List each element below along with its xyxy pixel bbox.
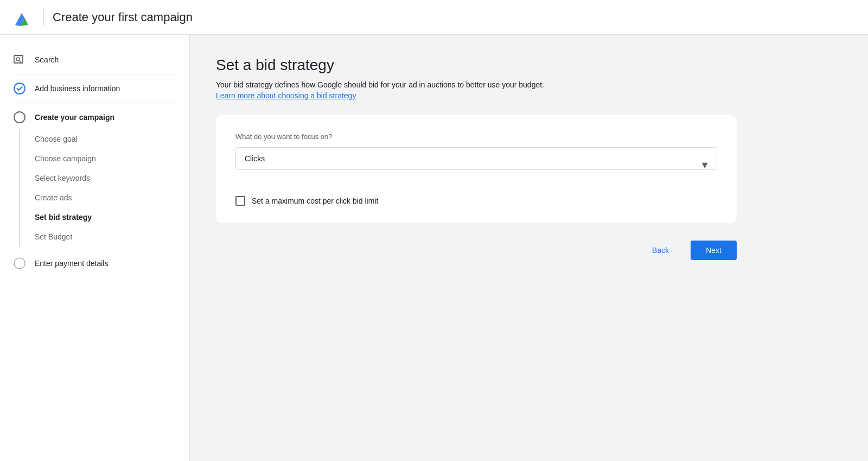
sidebar-item-payment[interactable]: Enter payment details [0, 251, 189, 275]
page-title: Create your first campaign [53, 10, 193, 24]
header-divider [43, 9, 44, 26]
sidebar-item-business[interactable]: Add business information [0, 77, 189, 100]
sidebar-payment-label: Enter payment details [35, 259, 108, 268]
bid-strategy-card: What do you want to focus on? Clicks Imp… [216, 115, 737, 223]
sidebar-sub-choose-campaign[interactable]: Choose campaign [35, 149, 189, 168]
svg-point-4 [14, 83, 25, 94]
max-cpc-label: Set a maximum cost per click bid limit [252, 197, 378, 205]
action-row: Back Next [216, 241, 737, 260]
sidebar: Search Add business information Create y… [0, 35, 190, 461]
sidebar-sub-create-ads[interactable]: Create ads [35, 188, 189, 207]
sidebar-item-campaign[interactable]: Create your campaign [0, 105, 189, 129]
svg-line-3 [20, 61, 22, 63]
focus-select[interactable]: Clicks Impressions Conversions Views [235, 147, 717, 170]
sidebar-sub-select-keywords[interactable]: Select keywords [35, 168, 189, 188]
section-description: Your bid strategy defines how Google sho… [216, 80, 842, 89]
sidebar-sub-items: Choose goal Choose campaign Select keywo… [0, 129, 189, 247]
learn-more-link[interactable]: Learn more about choosing a bid strategy [216, 91, 356, 100]
next-button[interactable]: Next [691, 241, 737, 260]
sidebar-sub-set-bid-strategy[interactable]: Set bid strategy [35, 207, 189, 227]
max-cpc-checkbox[interactable] [235, 196, 245, 206]
main-content: Set a bid strategy Your bid strategy def… [190, 35, 868, 461]
svg-rect-1 [14, 55, 23, 63]
circle-empty-icon [13, 111, 26, 124]
sidebar-campaign-label: Create your campaign [35, 113, 114, 122]
check-circle-icon [13, 82, 26, 95]
google-ads-logo [13, 7, 35, 28]
svg-point-6 [14, 258, 25, 269]
sidebar-search-label: Search [35, 55, 59, 64]
focus-select-wrapper: Clicks Impressions Conversions Views ▼ [235, 147, 717, 183]
header: Create your first campaign [0, 0, 868, 35]
search-icon [13, 53, 26, 66]
max-cpc-row: Set a maximum cost per click bid limit [235, 196, 717, 206]
sidebar-divider-2 [13, 103, 176, 103]
circle-empty-thin-icon [13, 257, 26, 270]
main-layout: Search Add business information Create y… [0, 35, 868, 461]
sidebar-divider-1 [13, 74, 176, 74]
sidebar-sub-set-budget[interactable]: Set Budget [35, 227, 189, 247]
sidebar-divider-3 [13, 249, 176, 249]
sidebar-sub-choose-goal[interactable]: Choose goal [35, 129, 189, 149]
svg-point-5 [14, 112, 25, 123]
back-button[interactable]: Back [643, 241, 678, 260]
section-title: Set a bid strategy [216, 56, 842, 74]
focus-label: What do you want to focus on? [235, 132, 717, 141]
sidebar-business-label: Add business information [35, 84, 120, 93]
sidebar-item-search[interactable]: Search [0, 48, 189, 72]
